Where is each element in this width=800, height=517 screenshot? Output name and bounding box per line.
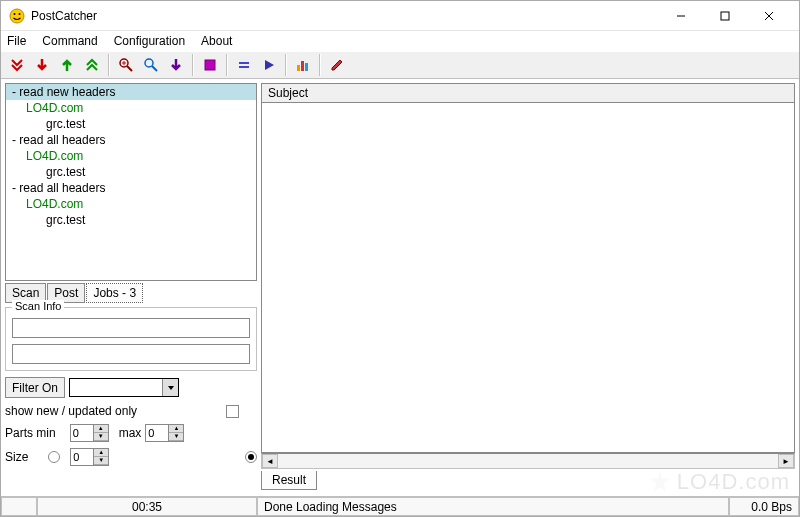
result-tabs: Result <box>261 469 795 492</box>
size-label: Size <box>5 450 28 464</box>
up-green-icon[interactable] <box>55 54 79 76</box>
maximize-button[interactable] <box>703 2 747 30</box>
svg-line-8 <box>127 66 132 71</box>
equals-icon[interactable] <box>232 54 256 76</box>
double-up-green-icon[interactable] <box>80 54 104 76</box>
svg-rect-17 <box>301 61 304 71</box>
scroll-track[interactable] <box>278 454 778 468</box>
menu-about[interactable]: About <box>201 34 232 48</box>
toolbar-separator <box>108 54 110 76</box>
size-radio-2[interactable] <box>245 451 257 463</box>
status-message: Done Loading Messages <box>257 497 729 516</box>
show-new-label: show new / updated only <box>5 404 137 418</box>
toolbar <box>1 51 799 79</box>
toolbar-separator <box>319 54 321 76</box>
chevron-down-icon <box>162 379 178 396</box>
up-arrow-icon[interactable]: ▲ <box>169 425 183 433</box>
status-time: 00:35 <box>37 497 257 516</box>
down-arrow-icon[interactable]: ▼ <box>94 457 108 465</box>
parts-max-input[interactable] <box>146 426 168 440</box>
menu-file[interactable]: File <box>7 34 26 48</box>
pencil-icon[interactable] <box>325 54 349 76</box>
horizontal-scrollbar[interactable]: ◄ ► <box>261 453 795 469</box>
jobs-tree[interactable]: - read new headersLO4D.comgrc.test- read… <box>5 83 257 281</box>
tree-item[interactable]: - read new headers <box>6 84 256 100</box>
menu-command[interactable]: Command <box>42 34 97 48</box>
zoom-in-icon[interactable] <box>114 54 138 76</box>
svg-point-1 <box>14 13 16 15</box>
close-button[interactable] <box>747 2 791 30</box>
filter-combo[interactable] <box>69 378 179 397</box>
column-subject[interactable]: Subject <box>268 86 308 100</box>
size-radio-1[interactable] <box>48 451 60 463</box>
down-purple-icon[interactable] <box>164 54 188 76</box>
menubar: File Command Configuration About <box>1 31 799 51</box>
tree-item[interactable]: LO4D.com <box>6 196 256 212</box>
tree-item[interactable]: LO4D.com <box>6 148 256 164</box>
minimize-button[interactable] <box>659 2 703 30</box>
svg-point-11 <box>145 59 153 67</box>
size-stepper[interactable]: ▲▼ <box>70 448 109 466</box>
parts-min-input[interactable] <box>71 426 93 440</box>
scan-info-group: Scan Info <box>5 307 257 371</box>
parts-min-stepper[interactable]: ▲▼ <box>70 424 109 442</box>
tree-item[interactable]: - read all headers <box>6 180 256 196</box>
play-icon[interactable] <box>257 54 281 76</box>
tree-item[interactable]: grc.test <box>6 116 256 132</box>
double-down-red-icon[interactable] <box>5 54 29 76</box>
scan-info-field-1[interactable] <box>12 318 250 338</box>
up-arrow-icon[interactable]: ▲ <box>94 449 108 457</box>
svg-point-2 <box>19 13 21 15</box>
app-icon <box>9 8 25 24</box>
scroll-right-icon[interactable]: ► <box>778 454 794 468</box>
toolbar-separator <box>285 54 287 76</box>
left-pane: - read new headersLO4D.comgrc.test- read… <box>5 83 257 492</box>
filter-on-button[interactable]: Filter On <box>5 377 65 398</box>
svg-line-12 <box>152 66 157 71</box>
down-arrow-icon[interactable]: ▼ <box>169 433 183 441</box>
svg-rect-18 <box>305 63 308 71</box>
toolbar-separator <box>192 54 194 76</box>
tree-item[interactable]: - read all headers <box>6 132 256 148</box>
window-title: PostCatcher <box>31 9 659 23</box>
svg-rect-13 <box>205 60 215 70</box>
show-new-checkbox[interactable] <box>226 405 239 418</box>
tab-result[interactable]: Result <box>261 471 317 490</box>
tree-item[interactable]: grc.test <box>6 164 256 180</box>
svg-rect-4 <box>721 12 729 20</box>
right-pane: Subject ◄ ► Result <box>261 83 795 492</box>
tree-item[interactable]: grc.test <box>6 212 256 228</box>
parts-max-stepper[interactable]: ▲▼ <box>145 424 184 442</box>
down-arrow-icon[interactable]: ▼ <box>94 433 108 441</box>
bars-icon[interactable] <box>291 54 315 76</box>
statusbar: 00:35 Done Loading Messages 0.0 Bps <box>1 496 799 516</box>
svg-rect-16 <box>297 65 300 71</box>
parts-min-label: Parts min <box>5 426 56 440</box>
scan-info-legend: Scan Info <box>12 300 64 312</box>
zoom-icon[interactable] <box>139 54 163 76</box>
down-red-icon[interactable] <box>30 54 54 76</box>
tree-item[interactable]: LO4D.com <box>6 100 256 116</box>
up-arrow-icon[interactable]: ▲ <box>94 425 108 433</box>
titlebar: PostCatcher <box>1 1 799 31</box>
parts-max-label: max <box>119 426 142 440</box>
status-bps: 0.0 Bps <box>729 497 799 516</box>
list-column-header[interactable]: Subject <box>261 83 795 103</box>
menu-configuration[interactable]: Configuration <box>114 34 185 48</box>
scan-info-field-2[interactable] <box>12 344 250 364</box>
message-list[interactable] <box>261 103 795 453</box>
scroll-left-icon[interactable]: ◄ <box>262 454 278 468</box>
svg-point-0 <box>10 9 24 23</box>
tab-jobs[interactable]: Jobs - 3 <box>86 283 143 303</box>
stop-icon[interactable] <box>198 54 222 76</box>
size-input[interactable] <box>71 450 93 464</box>
toolbar-separator <box>226 54 228 76</box>
